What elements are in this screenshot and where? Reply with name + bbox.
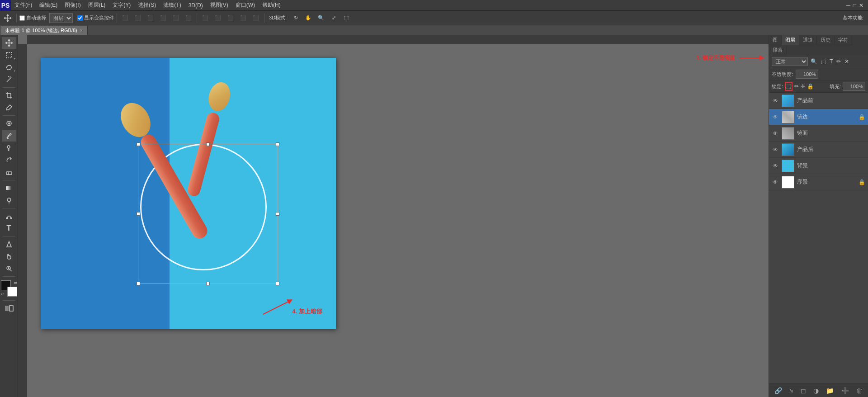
layer-item-mirror-border[interactable]: 👁 镜边 🔒	[769, 109, 868, 125]
lock-all-icon[interactable]: 🔒	[807, 83, 814, 90]
tool-selection[interactable]: ▾	[2, 49, 16, 61]
menu-text[interactable]: 文字(Y)	[109, 0, 134, 10]
panel-mask-icon[interactable]: ◻	[801, 387, 806, 394]
layer-eye-mirror-border[interactable]: 👁	[772, 113, 779, 121]
dist-center-btn[interactable]: ⬛	[250, 13, 261, 24]
blend-mode-select[interactable]: 正常	[772, 57, 808, 66]
align-right-btn[interactable]: ⬛	[183, 13, 194, 24]
menu-layer[interactable]: 图层(L)	[85, 0, 109, 10]
lock-transparency-icon[interactable]: ⬚	[786, 83, 791, 90]
tool-magic-wand[interactable]	[2, 74, 16, 85]
panel-tab-history[interactable]: 历史	[817, 35, 835, 45]
move-tool-btn[interactable]	[2, 13, 14, 24]
handle-mid-left[interactable]	[137, 212, 140, 216]
panel-fx-icon[interactable]: fx	[789, 388, 793, 393]
layer-eye-mirror[interactable]: 👁	[772, 130, 779, 137]
menu-filter[interactable]: 滤镜(T)	[160, 0, 184, 10]
layer-eye-bg-solid[interactable]: 👁	[772, 179, 779, 186]
tab-close-btn[interactable]: ×	[80, 28, 83, 33]
tool-text[interactable]: T	[2, 222, 16, 234]
menu-view[interactable]: 视图(V)	[207, 0, 232, 10]
layer-eye-product-front[interactable]: 👁	[772, 97, 779, 104]
tool-crop[interactable]	[2, 90, 16, 101]
show-transform-checkbox[interactable]	[77, 15, 83, 21]
3d-rotate-btn[interactable]: ↻	[290, 13, 301, 24]
background-color[interactable]	[7, 287, 17, 297]
panel-folder-icon[interactable]: 📁	[826, 387, 834, 394]
window-close[interactable]: ✕	[859, 2, 863, 9]
auto-select-select[interactable]: 图层	[49, 13, 73, 23]
opacity-input[interactable]	[796, 70, 818, 79]
tool-gradient[interactable]	[2, 182, 16, 194]
tool-history-brush[interactable]	[2, 154, 16, 166]
align-vcenter-btn[interactable]: ⬛	[132, 13, 143, 24]
main-canvas[interactable]: 4. 加上暗部	[41, 58, 336, 329]
tool-shape[interactable]	[2, 238, 16, 250]
color-picker[interactable]: ⇄ ↩	[1, 280, 17, 297]
window-maximize[interactable]: □	[853, 2, 856, 9]
layer-icon-3[interactable]: ✏	[835, 58, 842, 65]
3d-zoom-btn[interactable]: 🔍	[316, 13, 326, 24]
align-bottom-btn[interactable]: ⬛	[145, 13, 156, 24]
tool-clone[interactable]	[2, 142, 16, 154]
align-hcenter-btn[interactable]: ⬛	[170, 13, 181, 24]
panel-tab-char[interactable]: 字符	[835, 35, 852, 45]
3d-scale-btn[interactable]: ⤢	[328, 13, 339, 24]
tool-hand[interactable]	[2, 250, 16, 262]
layer-icon-1[interactable]: ⬚	[820, 58, 827, 65]
panel-tab-layers[interactable]: 图层	[782, 35, 799, 45]
layer-icon-4[interactable]: ✕	[844, 58, 850, 65]
panel-add-layer-icon[interactable]: ➕	[841, 387, 849, 394]
tool-eraser[interactable]	[2, 166, 16, 178]
menu-window[interactable]: 窗口(W)	[232, 0, 259, 10]
menu-select[interactable]: 选择(S)	[134, 0, 160, 10]
dist-l-btn[interactable]: ⬛	[225, 13, 236, 24]
auto-select-checkbox[interactable]	[19, 15, 25, 21]
handle-bot-center[interactable]	[206, 282, 210, 285]
tool-eyedropper[interactable]	[2, 102, 16, 113]
tool-dodge[interactable]	[2, 194, 16, 206]
panel-tab-img[interactable]: 图	[769, 35, 782, 45]
layer-item-bg-solid[interactable]: 👁 序景 🔒	[769, 174, 868, 190]
handle-bot-left[interactable]	[137, 282, 140, 285]
panel-tab-para[interactable]: 段落	[769, 45, 787, 55]
fill-input[interactable]	[843, 82, 865, 91]
document-tab[interactable]: 未标题-1 @ 100% (镜边, RGB/8) ×	[0, 26, 88, 35]
layer-eye-product-back[interactable]: 👁	[772, 146, 779, 153]
tool-path[interactable]	[2, 210, 16, 222]
menu-image[interactable]: 图像(I)	[61, 0, 84, 10]
align-top-btn[interactable]: ⬛	[120, 13, 131, 24]
panel-link-icon[interactable]: 🔗	[774, 387, 782, 394]
menu-3d[interactable]: 3D(D)	[185, 0, 207, 10]
handle-bot-right[interactable]	[276, 282, 279, 285]
layer-item-product-back[interactable]: 👁 产品后	[769, 142, 868, 158]
3d-extra-btn[interactable]: ⬚	[341, 13, 352, 24]
dist-h-btn[interactable]: ⬛	[200, 13, 211, 24]
tool-move[interactable]	[2, 37, 16, 49]
layer-icon-2[interactable]: T	[829, 58, 834, 65]
layer-item-mirror[interactable]: 👁 镜面	[769, 125, 868, 142]
handle-top-right[interactable]	[276, 142, 279, 146]
lock-brush-icon[interactable]: ✏	[794, 83, 799, 90]
lock-move-icon[interactable]: ✛	[801, 83, 805, 90]
tool-quick-mask[interactable]	[2, 302, 16, 314]
align-left-btn[interactable]: ⬛	[158, 13, 169, 24]
handle-mid-right[interactable]	[276, 212, 279, 216]
panel-adjust-icon[interactable]: ◑	[813, 387, 819, 394]
tool-heal[interactable]	[2, 118, 16, 129]
layer-item-product-front[interactable]: 👁 产品前	[769, 93, 868, 109]
3d-pan-btn[interactable]: ✋	[303, 13, 314, 24]
panel-tab-channels[interactable]: 通道	[799, 35, 817, 45]
menu-help[interactable]: 帮助(H)	[259, 0, 284, 10]
layer-eye-bg[interactable]: 👁	[772, 162, 779, 170]
panel-delete-icon[interactable]: 🗑	[856, 387, 863, 394]
dist-r-btn[interactable]: ⬛	[238, 13, 249, 24]
tool-brush[interactable]	[2, 130, 16, 142]
tool-lasso[interactable]: ▾	[2, 61, 16, 73]
menu-edit[interactable]: 编辑(E)	[36, 0, 61, 10]
window-minimize[interactable]: ─	[846, 2, 850, 9]
menu-file[interactable]: 文件(F)	[11, 0, 36, 10]
layer-item-bg[interactable]: 👁 背景	[769, 158, 868, 174]
tool-zoom[interactable]	[2, 263, 16, 274]
dist-v-btn[interactable]: ⬛	[212, 13, 223, 24]
